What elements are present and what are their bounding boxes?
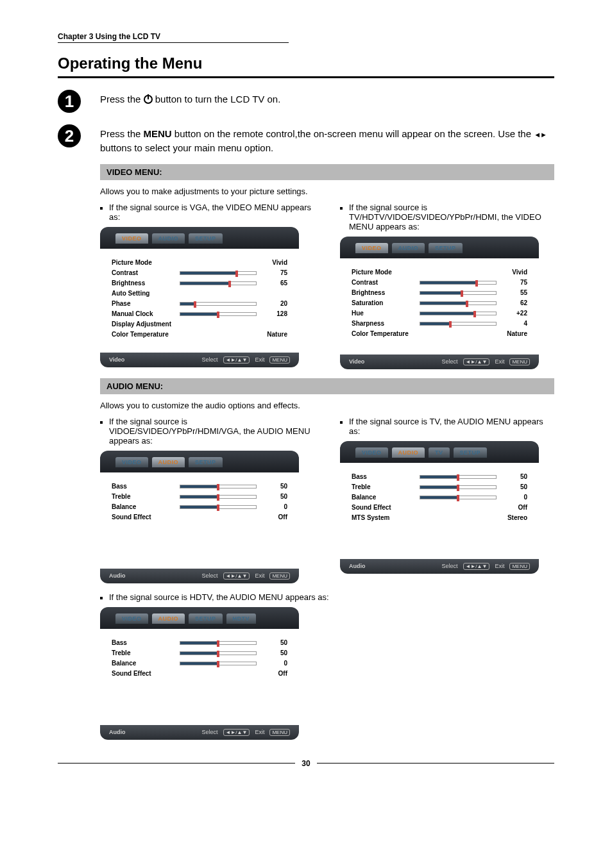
osd-slider-thumb[interactable]: [228, 281, 231, 287]
osd-row: Bass50: [112, 481, 287, 492]
osd-footer-exit-label: Exit: [255, 356, 264, 363]
osd-slider[interactable]: [180, 505, 257, 509]
audio-col-right: If the signal source is TV, the AUDIO ME…: [340, 417, 554, 583]
osd-row-label: Bass: [112, 483, 180, 490]
osd-tab-tv[interactable]: TV: [429, 447, 450, 458]
osd-footer-label: Audio: [109, 572, 126, 580]
osd-slider-thumb[interactable]: [475, 280, 478, 287]
osd-slider-fill: [180, 506, 218, 508]
osd-bar-wrap: [420, 301, 497, 305]
osd-tab-setup[interactable]: SETUP: [189, 233, 223, 244]
bullet-icon: [100, 421, 103, 424]
osd-bar-wrap: [180, 495, 257, 499]
osd-tab-audio[interactable]: AUDIO: [392, 447, 425, 458]
osd-footer-controls: Select◄►/▲▼ExitMENU: [202, 729, 291, 736]
osd-tab-audio[interactable]: AUDIO: [152, 233, 185, 244]
osd-row-label: Balance: [112, 660, 180, 667]
osd-slider-fill: [420, 476, 458, 478]
osd-slider[interactable]: [420, 281, 497, 285]
osd-row-value: 50: [497, 473, 527, 480]
osd-tab-setup[interactable]: SETUP: [429, 243, 463, 253]
osd-slider-fill: [180, 313, 218, 315]
osd-tab-audio[interactable]: AUDIO: [152, 457, 185, 467]
osd-slider-thumb[interactable]: [217, 651, 219, 657]
osd-tab-setup[interactable]: SETUP: [189, 457, 223, 467]
osd-row-value: Off: [255, 513, 287, 521]
osd-slider-thumb[interactable]: [449, 321, 452, 328]
osd-slider-thumb[interactable]: [217, 484, 219, 490]
osd-slider[interactable]: [420, 485, 497, 489]
osd-row-label: Contrast: [112, 269, 180, 276]
osd-slider[interactable]: [180, 302, 257, 306]
osd-row-label: Display Adjustment: [112, 321, 182, 328]
osd-slider-thumb[interactable]: [217, 640, 219, 647]
osd-slider[interactable]: [420, 301, 497, 305]
osd-row-label: Contrast: [352, 279, 420, 286]
osd-slider-thumb[interactable]: [457, 474, 459, 481]
osd-row: Bass50: [112, 638, 287, 648]
osd-row: Saturation62: [352, 298, 527, 308]
osd-row-label: Sound Effect: [352, 504, 422, 511]
osd-tab-video[interactable]: VIDEO: [115, 457, 148, 467]
osd-row-value: Off: [495, 504, 527, 511]
osd-slider-thumb[interactable]: [217, 505, 219, 511]
osd-row-label: Balance: [112, 503, 180, 510]
osd-row-label: Brightness: [352, 289, 420, 296]
osd-tab-video[interactable]: VIDEO: [355, 243, 388, 253]
osd-footer-select-label: Select: [442, 358, 458, 365]
osd-bar-wrap: [420, 291, 497, 295]
osd-slider-fill: [180, 485, 218, 488]
osd-slider[interactable]: [180, 312, 257, 316]
osd-row: Auto Setting: [112, 288, 287, 299]
osd-bar-wrap: [180, 662, 257, 665]
menu-key-icon: MENU: [269, 729, 290, 736]
osd-row-value: 50: [257, 483, 287, 490]
audio-hdtv-intro-row: If the signal source is HDTV, the AUDIO …: [100, 592, 554, 602]
osd-slider-thumb[interactable]: [457, 495, 459, 501]
step-1-text: Press the button to turn the LCD TV on.: [100, 87, 554, 106]
osd-slider-thumb[interactable]: [457, 485, 459, 491]
osd-slider-thumb[interactable]: [235, 271, 238, 277]
power-icon: [144, 95, 153, 104]
osd-footer-label: Audio: [349, 563, 366, 570]
osd-slider-thumb[interactable]: [466, 301, 468, 307]
osd-slider-thumb[interactable]: [461, 290, 463, 297]
osd-tab-audio[interactable]: AUDIO: [152, 613, 185, 624]
osd-tab-video[interactable]: VIDEO: [115, 233, 148, 244]
osd-slider[interactable]: [420, 291, 497, 295]
osd-slider[interactable]: [180, 662, 257, 665]
osd-slider[interactable]: [420, 312, 497, 315]
osd-tab-setup[interactable]: SETUP: [454, 447, 488, 458]
osd-row-label: Balance: [352, 494, 420, 501]
osd-tab-video[interactable]: VIDEO: [115, 613, 148, 624]
osd-slider[interactable]: [180, 651, 257, 655]
osd-slider[interactable]: [180, 485, 257, 488]
osd-footer: VideoSelect◄►/▲▼ExitMENU: [100, 353, 299, 367]
osd-slider[interactable]: [180, 271, 257, 275]
osd-slider[interactable]: [180, 495, 257, 499]
osd-slider-fill: [180, 652, 218, 655]
osd-slider[interactable]: [180, 641, 257, 645]
osd-slider-thumb[interactable]: [217, 312, 219, 318]
osd-body: Bass50Treble50Balance0Sound EffectOff: [100, 472, 299, 569]
osd-tab-hdtv[interactable]: HDTV: [226, 613, 257, 624]
osd-slider-thumb[interactable]: [217, 661, 219, 667]
osd-slider-thumb[interactable]: [473, 311, 476, 317]
osd-footer-controls: Select◄►/▲▼ExitMENU: [442, 358, 531, 365]
osd-slider-thumb[interactable]: [217, 494, 219, 501]
osd-tab-video[interactable]: VIDEO: [355, 447, 388, 458]
osd-slider[interactable]: [420, 322, 497, 326]
osd-slider[interactable]: [180, 281, 257, 285]
osd-body: Picture ModeVividContrast75Brightness65A…: [100, 249, 299, 353]
osd-slider-thumb[interactable]: [194, 301, 196, 308]
osd-row-label: Bass: [352, 473, 420, 480]
osd-tab-audio[interactable]: AUDIO: [392, 243, 425, 253]
osd-tab-setup[interactable]: SETUP: [189, 613, 223, 624]
menu-word: MENU: [144, 128, 172, 139]
osd-slider[interactable]: [420, 496, 497, 499]
bullet-icon: [100, 207, 103, 210]
osd-row: Treble50: [352, 482, 527, 492]
osd-slider[interactable]: [420, 475, 497, 479]
osd-bar-wrap: [420, 496, 497, 499]
osd-row-value: 55: [497, 289, 527, 296]
